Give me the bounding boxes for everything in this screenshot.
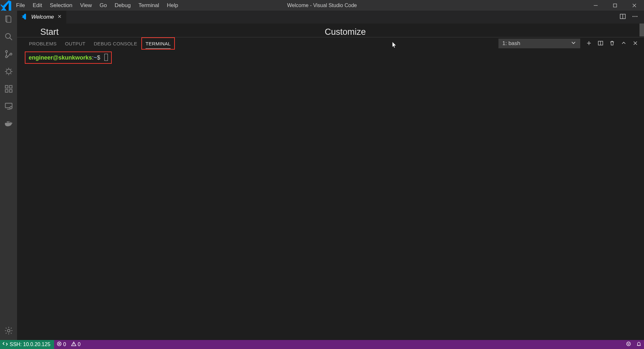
status-errors[interactable]: 0 bbox=[54, 340, 69, 349]
status-remote-label: SSH: 10.0.20.125 bbox=[10, 342, 50, 347]
svg-rect-6 bbox=[5, 86, 8, 88]
welcome-page: Start Customize bbox=[17, 24, 644, 37]
close-panel-icon[interactable] bbox=[632, 40, 638, 47]
menu-help[interactable]: Help bbox=[163, 0, 182, 11]
status-warnings[interactable]: 0 bbox=[69, 340, 83, 349]
menu-selection[interactable]: Selection bbox=[46, 0, 76, 11]
svg-point-20 bbox=[634, 16, 635, 17]
svg-rect-16 bbox=[8, 121, 9, 123]
new-terminal-icon[interactable] bbox=[586, 40, 592, 47]
activity-bar bbox=[0, 11, 17, 340]
remote-icon bbox=[3, 341, 8, 348]
svg-point-26 bbox=[629, 343, 629, 344]
status-errors-count: 0 bbox=[63, 342, 66, 347]
status-bar: SSH: 10.0.20.125 0 0 bbox=[0, 340, 644, 349]
menu-debug[interactable]: Debug bbox=[111, 0, 135, 11]
prompt-path: ~ bbox=[94, 54, 97, 61]
debug-icon[interactable] bbox=[4, 67, 14, 76]
explorer-icon[interactable] bbox=[4, 14, 14, 24]
editor-tab-row: Welcome bbox=[17, 11, 644, 24]
search-icon[interactable] bbox=[4, 32, 14, 42]
smiley-icon bbox=[626, 341, 631, 348]
panel-tab-row: PROBLEMS OUTPUT DEBUG CONSOLE TERMINAL 1… bbox=[17, 37, 644, 50]
prompt-user-host: engineer@skunkworks bbox=[29, 54, 92, 61]
more-actions-icon[interactable] bbox=[632, 13, 638, 21]
editor-scrollbar[interactable] bbox=[639, 24, 644, 36]
title-bar: File Edit Selection View Go Debug Termin… bbox=[0, 0, 644, 11]
panel-tab-problems[interactable]: PROBLEMS bbox=[25, 37, 61, 50]
tab-welcome[interactable]: Welcome bbox=[17, 11, 66, 24]
svg-point-1 bbox=[5, 33, 10, 38]
menu-file[interactable]: File bbox=[12, 0, 29, 11]
menu-edit[interactable]: Edit bbox=[29, 0, 46, 11]
bell-icon bbox=[636, 341, 641, 348]
maximize-button[interactable] bbox=[605, 0, 625, 11]
editor-actions bbox=[620, 11, 644, 24]
svg-point-17 bbox=[7, 329, 10, 332]
svg-rect-7 bbox=[5, 90, 8, 92]
svg-rect-8 bbox=[9, 90, 12, 92]
svg-point-3 bbox=[5, 56, 7, 58]
minimize-button[interactable] bbox=[586, 0, 605, 11]
source-control-icon[interactable] bbox=[4, 49, 14, 59]
terminal-actions: 1: bash bbox=[498, 39, 638, 48]
svg-point-25 bbox=[628, 343, 628, 344]
menu-bar: File Edit Selection View Go Debug Termin… bbox=[12, 0, 182, 11]
terminal-cursor bbox=[104, 54, 108, 61]
panel-tab-debug-console[interactable]: DEBUG CONSOLE bbox=[90, 37, 141, 50]
svg-point-11 bbox=[10, 107, 12, 109]
status-remote[interactable]: SSH: 10.0.20.125 bbox=[0, 340, 54, 349]
svg-point-24 bbox=[627, 342, 630, 346]
settings-gear-icon[interactable] bbox=[4, 326, 14, 335]
svg-point-5 bbox=[6, 69, 11, 74]
tab-label: Welcome bbox=[31, 14, 54, 20]
vscode-logo-icon bbox=[0, 0, 12, 12]
app-body: Welcome Start Customize PR bbox=[0, 11, 644, 340]
split-terminal-icon[interactable] bbox=[598, 40, 603, 47]
terminal-selector[interactable]: 1: bash bbox=[498, 39, 580, 48]
extensions-icon[interactable] bbox=[4, 84, 14, 94]
terminal-selector-label: 1: bash bbox=[502, 40, 520, 47]
chevron-down-icon bbox=[571, 40, 576, 47]
close-tab-icon[interactable] bbox=[57, 14, 62, 20]
status-feedback[interactable] bbox=[623, 340, 634, 349]
warning-icon bbox=[71, 341, 76, 348]
vscode-tab-icon bbox=[22, 13, 28, 21]
editor-area: Welcome Start Customize PR bbox=[17, 11, 644, 340]
terminal-body[interactable]: engineer@skunkworks:~$ bbox=[17, 50, 644, 340]
window-controls bbox=[586, 0, 644, 11]
svg-rect-0 bbox=[613, 4, 617, 7]
error-icon bbox=[57, 341, 62, 348]
prompt-dollar: $ bbox=[97, 54, 100, 61]
svg-point-19 bbox=[632, 16, 633, 17]
svg-point-21 bbox=[636, 16, 637, 17]
menu-view[interactable]: View bbox=[76, 0, 96, 11]
svg-point-2 bbox=[5, 51, 7, 52]
svg-rect-9 bbox=[9, 86, 12, 88]
welcome-customize-heading: Customize bbox=[325, 27, 366, 37]
bottom-panel: PROBLEMS OUTPUT DEBUG CONSOLE TERMINAL 1… bbox=[17, 37, 644, 340]
maximize-panel-icon[interactable] bbox=[621, 40, 627, 47]
status-notifications[interactable] bbox=[634, 340, 644, 349]
mouse-pointer-icon bbox=[392, 42, 397, 50]
welcome-start-heading: Start bbox=[40, 27, 325, 37]
status-warnings-count: 0 bbox=[78, 342, 80, 347]
remote-explorer-icon[interactable] bbox=[4, 101, 14, 111]
kill-terminal-icon[interactable] bbox=[609, 40, 615, 47]
panel-tab-terminal[interactable]: TERMINAL bbox=[141, 37, 175, 50]
menu-go[interactable]: Go bbox=[96, 0, 111, 11]
split-editor-icon[interactable] bbox=[620, 13, 626, 21]
close-window-button[interactable] bbox=[625, 0, 644, 11]
panel-tab-output[interactable]: OUTPUT bbox=[61, 37, 90, 50]
menu-terminal[interactable]: Terminal bbox=[135, 0, 163, 11]
terminal-prompt: engineer@skunkworks:~$ bbox=[25, 52, 112, 64]
svg-rect-15 bbox=[7, 121, 8, 123]
docker-icon[interactable] bbox=[4, 119, 14, 128]
svg-point-4 bbox=[10, 53, 12, 55]
